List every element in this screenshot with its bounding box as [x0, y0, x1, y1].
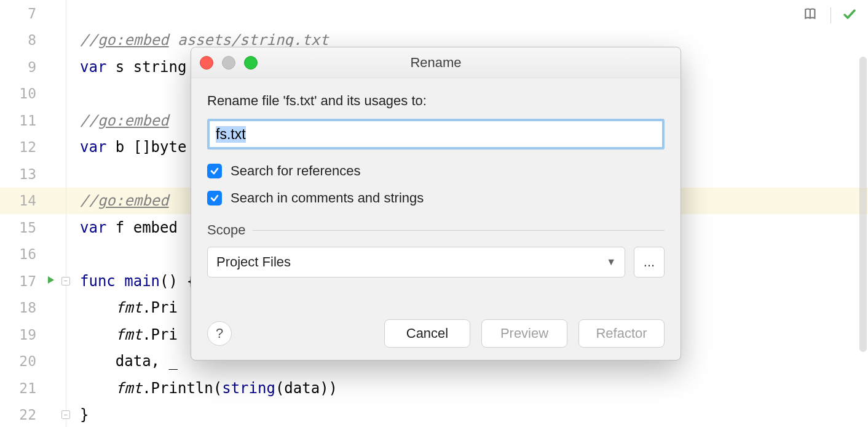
line-number: 22	[19, 407, 36, 423]
code-token: (	[213, 380, 222, 397]
line-number: 14	[19, 193, 36, 209]
rename-dialog: Rename Rename file 'fs.txt' and its usag…	[191, 47, 681, 361]
checkbox-checked-icon	[207, 191, 222, 206]
dialog-body: Rename file 'fs.txt' and its usages to: …	[191, 78, 681, 360]
cancel-button[interactable]: Cancel	[384, 319, 470, 348]
code-token: b []byte	[106, 138, 186, 156]
code-token: go:embed	[98, 112, 169, 129]
vertical-scrollbar[interactable]	[859, 57, 867, 352]
line-number: 19	[19, 327, 36, 343]
line-number: 7	[28, 6, 36, 22]
code-token: //	[80, 192, 98, 209]
code-token: go:embed	[98, 31, 169, 49]
code-token: .Pri	[142, 326, 178, 343]
window-controls	[200, 56, 258, 70]
line-number: 18	[19, 300, 36, 316]
search-comments-checkbox[interactable]: Search in comments and strings	[207, 190, 665, 206]
reader-mode-icon[interactable]	[803, 6, 819, 25]
chevron-down-icon: ▼	[606, 257, 616, 268]
run-icon[interactable]	[46, 275, 56, 287]
code-token: fmt	[80, 326, 142, 343]
gutter: 7 8 9 10 11 12 13 14 15 16 17 − 18 19 20…	[0, 0, 66, 427]
line-number: 20	[19, 353, 36, 369]
help-icon: ?	[216, 325, 223, 341]
line-number: 8	[28, 32, 36, 48]
code-token: ()	[160, 273, 186, 290]
help-button[interactable]: ?	[207, 321, 232, 346]
line-number: 9	[28, 59, 36, 75]
code-token: .	[142, 380, 151, 397]
line-number: 11	[19, 113, 36, 129]
code-token: fmt	[80, 299, 142, 316]
code-token: s string	[106, 58, 186, 76]
code-token: func	[80, 273, 116, 290]
refactor-button[interactable]: Refactor	[578, 319, 665, 348]
code-token: //	[80, 31, 98, 49]
code-token: string	[222, 380, 275, 397]
checkbox-label: Search in comments and strings	[231, 190, 424, 206]
line-number: 12	[19, 139, 36, 155]
line-number: 16	[19, 246, 36, 262]
code-token: //	[80, 112, 98, 129]
line-number: 17	[19, 273, 36, 289]
code-token: go:embed	[98, 192, 169, 209]
code-token: f embed	[106, 219, 178, 236]
scope-more-button[interactable]: ...	[634, 247, 665, 277]
preview-button[interactable]: Preview	[481, 319, 567, 348]
new-name-input[interactable]	[207, 119, 665, 150]
rename-prompt: Rename file 'fs.txt' and its usages to:	[207, 93, 665, 109]
code-token: fmt	[80, 380, 142, 397]
checkbox-checked-icon	[207, 164, 222, 178]
inspection-ok-icon[interactable]	[842, 7, 857, 24]
code-token: }	[80, 406, 89, 423]
search-references-checkbox[interactable]: Search for references	[207, 163, 665, 179]
line-number: 15	[19, 220, 36, 236]
ellipsis-icon: ...	[644, 254, 655, 270]
code-token: var	[80, 219, 106, 236]
code-token: data, _	[80, 353, 178, 370]
close-window-icon[interactable]	[200, 56, 213, 70]
code-token: (data))	[275, 380, 337, 397]
divider	[253, 230, 665, 231]
scope-value: Project Files	[216, 254, 291, 270]
code-token: var	[80, 138, 106, 156]
code-token: var	[80, 58, 106, 76]
code-token: Println	[151, 380, 213, 397]
checkbox-label: Search for references	[231, 163, 361, 179]
dialog-title: Rename	[410, 55, 461, 71]
line-number: 13	[19, 166, 36, 182]
zoom-window-icon[interactable]	[244, 56, 258, 70]
code-token: .Pri	[142, 299, 178, 316]
code-token: main	[116, 273, 160, 290]
scope-select[interactable]: Project Files ▼	[207, 247, 625, 277]
minimize-window-icon	[222, 56, 235, 70]
svg-marker-0	[48, 276, 54, 284]
scope-label: Scope	[207, 222, 245, 238]
dialog-titlebar[interactable]: Rename	[191, 47, 681, 78]
line-number: 10	[19, 86, 36, 102]
line-number: 21	[19, 380, 36, 396]
divider	[831, 7, 831, 23]
editor-status-icons	[803, 6, 857, 25]
